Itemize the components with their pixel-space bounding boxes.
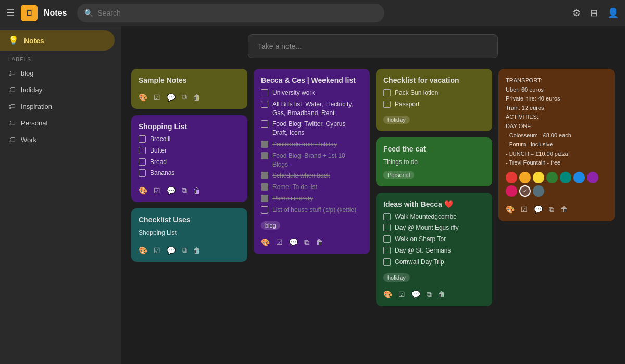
delete-icon-bw[interactable]: 🗑 bbox=[316, 238, 323, 246]
cb-rome-itin[interactable] bbox=[261, 195, 268, 202]
main-layout: 💡 Notes LABELS 🏷 blog 🏷 holiday 🏷 Inspir… bbox=[0, 26, 625, 364]
delete-icon-cu[interactable]: 🗑 bbox=[193, 246, 201, 255]
checklist-icon[interactable]: ☑ bbox=[154, 93, 160, 102]
transport-body: TRANSPORT: Uber: 60 euros Private hire: … bbox=[506, 76, 607, 168]
search-input[interactable] bbox=[97, 9, 377, 17]
color-slate[interactable] bbox=[533, 185, 544, 197]
cb-food-blog1[interactable] bbox=[261, 120, 268, 128]
account-icon[interactable]: 👤 bbox=[607, 7, 619, 19]
search-icon: 🔍 bbox=[84, 9, 93, 17]
checklist-icon-ib[interactable]: ☑ bbox=[398, 290, 405, 298]
check-item-bread: Bread bbox=[139, 158, 240, 167]
copy-icon[interactable]: ⧉ bbox=[182, 93, 187, 102]
cb-sharp-tor[interactable] bbox=[383, 235, 391, 243]
delete-icon-sl[interactable]: 🗑 bbox=[193, 186, 201, 195]
cb-schedule[interactable] bbox=[261, 172, 268, 179]
app-logo: 🗒 bbox=[21, 5, 38, 21]
cb-st-germans[interactable] bbox=[383, 247, 391, 254]
sidebar-item-inspiration[interactable]: 🏷 Inspiration bbox=[0, 98, 115, 115]
checklist-icon-cu[interactable]: ☑ bbox=[154, 246, 160, 255]
sidebar-notes-label: Notes bbox=[24, 36, 44, 45]
vacation-tag: holiday bbox=[383, 116, 410, 124]
color-brown[interactable]: ✓ bbox=[519, 185, 531, 197]
feed-cat-title: Feed the cat bbox=[383, 145, 485, 153]
notes-grid: Sample Notes 🎨 ☑ 💬 ⧉ 🗑 Shopping List bbox=[131, 69, 615, 306]
check-item-butter: Butter bbox=[139, 146, 240, 155]
comment-icon-cu[interactable]: 💬 bbox=[167, 246, 176, 255]
cb-postcards[interactable] bbox=[261, 141, 268, 148]
content-area: Take a note... Sample Notes 🎨 ☑ 💬 ⧉ 🗑 bbox=[121, 26, 625, 364]
copy-icon-sl[interactable]: ⧉ bbox=[182, 186, 187, 195]
check-item-bananas: Bananas bbox=[139, 169, 240, 178]
palette-icon-tr[interactable]: 🎨 bbox=[506, 205, 515, 214]
note-sample-notes: Sample Notes 🎨 ☑ 💬 ⧉ 🗑 bbox=[131, 69, 247, 109]
cb-mountedgcombe[interactable] bbox=[383, 213, 391, 220]
sidebar-item-personal[interactable]: 🏷 Personal bbox=[0, 115, 115, 131]
take-note-bar[interactable]: Take a note... bbox=[248, 34, 498, 58]
checkbox-bananas[interactable] bbox=[139, 169, 146, 177]
cb-university[interactable] bbox=[261, 89, 268, 96]
cb-sunlotion[interactable] bbox=[383, 89, 391, 96]
comment-icon-bw[interactable]: 💬 bbox=[289, 238, 298, 246]
cb-passport[interactable] bbox=[383, 101, 391, 108]
layout-icon[interactable]: ⊟ bbox=[590, 7, 598, 19]
color-blue[interactable] bbox=[573, 172, 585, 183]
copy-icon-cu[interactable]: ⧉ bbox=[182, 246, 187, 255]
checklist-icon-tr[interactable]: ☑ bbox=[521, 205, 528, 214]
color-yellow[interactable] bbox=[533, 172, 544, 183]
copy-icon-bw[interactable]: ⧉ bbox=[304, 238, 309, 247]
delete-icon-ib[interactable]: 🗑 bbox=[438, 290, 445, 298]
shopping-list-body: Brocolli Butter Bread Bananas bbox=[139, 135, 240, 178]
settings-icon[interactable]: ⚙ bbox=[572, 7, 581, 19]
cb-mount-egus[interactable] bbox=[383, 224, 391, 231]
cb-cornwall[interactable] bbox=[383, 258, 391, 266]
note-ideas-becca: Ideas with Becca ❤️ Walk Mountedgcombe D… bbox=[376, 193, 492, 306]
color-pink[interactable] bbox=[506, 185, 517, 197]
cb-food-blog2[interactable] bbox=[261, 152, 268, 159]
shopping-list-title: Shopping List bbox=[139, 122, 240, 131]
color-orange[interactable] bbox=[519, 172, 531, 183]
color-green[interactable] bbox=[546, 172, 558, 183]
checkbox-brocolli[interactable] bbox=[139, 135, 146, 143]
label-icon-personal: 🏷 bbox=[8, 119, 16, 127]
becca-weekend-title: Becca & Ces | Weekend list bbox=[261, 76, 362, 84]
checkbox-bread[interactable] bbox=[139, 158, 146, 166]
palette-icon-bw[interactable]: 🎨 bbox=[261, 238, 270, 246]
palette-icon-cu[interactable]: 🎨 bbox=[139, 246, 147, 255]
checkbox-butter[interactable] bbox=[139, 147, 146, 154]
copy-icon-tr[interactable]: ⧉ bbox=[549, 205, 554, 214]
cb-rome-todo[interactable] bbox=[261, 183, 268, 191]
color-red[interactable] bbox=[506, 172, 517, 183]
color-palette: ✓ bbox=[506, 172, 607, 197]
vacation-body: Pack Sun lotion Passport bbox=[383, 89, 485, 109]
checklist-icon-sl[interactable]: ☑ bbox=[154, 186, 160, 195]
palette-icon[interactable]: 🎨 bbox=[139, 93, 147, 102]
becca-weekend-tag: blog bbox=[261, 221, 280, 230]
color-teal[interactable] bbox=[560, 172, 571, 183]
color-purple[interactable] bbox=[587, 172, 598, 183]
becca-weekend-footer: 🎨 ☑ 💬 ⧉ 🗑 bbox=[261, 235, 362, 247]
cb-bills[interactable] bbox=[261, 101, 268, 108]
cb-house-stuff[interactable] bbox=[261, 206, 268, 214]
transport-footer: 🎨 ☑ 💬 ⧉ 🗑 bbox=[506, 202, 607, 214]
palette-icon-sl[interactable]: 🎨 bbox=[139, 186, 147, 195]
sidebar-item-holiday[interactable]: 🏷 holiday bbox=[0, 81, 115, 98]
comment-icon-ib[interactable]: 💬 bbox=[411, 290, 420, 298]
menu-icon[interactable]: ☰ bbox=[6, 7, 15, 19]
comment-icon[interactable]: 💬 bbox=[167, 93, 176, 102]
notes-col-2: Becca & Ces | Weekend list University wo… bbox=[254, 69, 370, 254]
sidebar-item-notes[interactable]: 💡 Notes bbox=[0, 30, 115, 51]
delete-icon[interactable]: 🗑 bbox=[193, 93, 201, 102]
checklist-icon-bw[interactable]: ☑ bbox=[276, 238, 283, 246]
comment-icon-tr[interactable]: 💬 bbox=[534, 205, 543, 214]
note-checklist-uses: Checklist Uses Shopping List 🎨 ☑ 💬 ⧉ 🗑 bbox=[131, 208, 247, 262]
comment-icon-sl[interactable]: 💬 bbox=[167, 186, 176, 195]
check-text-bananas: Bananas bbox=[150, 169, 174, 178]
delete-icon-tr[interactable]: 🗑 bbox=[560, 205, 568, 214]
sidebar-item-work[interactable]: 🏷 Work bbox=[0, 131, 115, 148]
palette-icon-ib[interactable]: 🎨 bbox=[383, 290, 392, 298]
copy-icon-ib[interactable]: ⧉ bbox=[427, 290, 432, 299]
search-bar[interactable]: 🔍 bbox=[77, 4, 384, 22]
sidebar-item-blog[interactable]: 🏷 blog bbox=[0, 65, 115, 81]
checklist-uses-title: Checklist Uses bbox=[139, 216, 240, 224]
